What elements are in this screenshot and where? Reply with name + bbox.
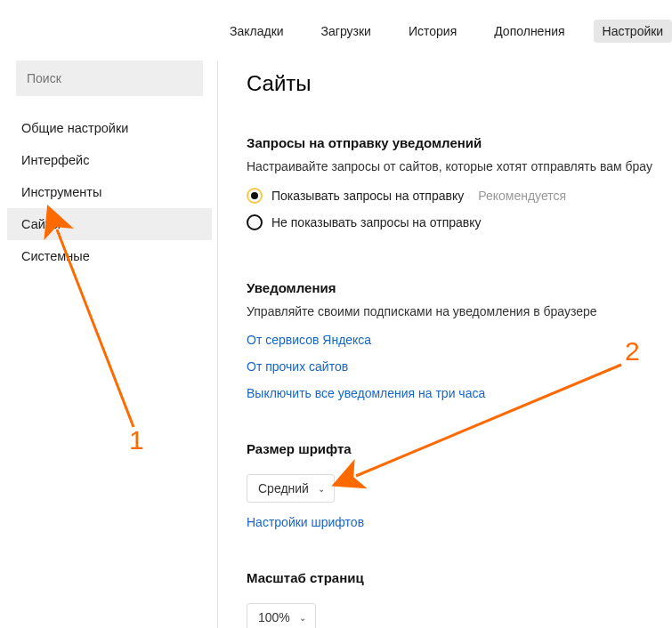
zoom-value: 100% xyxy=(258,610,290,624)
radio-hide-requests[interactable]: Не показывать запросы на отправку xyxy=(247,214,672,230)
sidebar-item-tools[interactable]: Инструменты xyxy=(7,176,212,208)
section-notif-desc: Управляйте своими подписками на уведомле… xyxy=(247,304,672,318)
section-notif-requests-title: Запросы на отправку уведомлений xyxy=(247,135,672,150)
sidebar-item-interface[interactable]: Интерфейс xyxy=(7,144,212,176)
section-zoom-title: Масштаб страниц xyxy=(247,570,672,585)
section-fontsize-title: Размер шрифта xyxy=(247,441,672,456)
top-tabs: Закладки Загрузки История Дополнения Нас… xyxy=(221,0,672,60)
settings-content: Сайты Запросы на отправку уведомлений На… xyxy=(218,60,672,628)
tab-settings[interactable]: Настройки xyxy=(594,20,672,43)
link-yandex-services[interactable]: От сервисов Яндекса xyxy=(247,333,672,347)
sidebar-item-general[interactable]: Общие настройки xyxy=(7,112,212,144)
zoom-select[interactable]: 100% ⌄ xyxy=(247,603,316,628)
settings-sidebar: Общие настройки Интерфейс Инструменты Са… xyxy=(7,60,212,272)
tab-addons[interactable]: Дополнения xyxy=(485,20,573,43)
search-container xyxy=(16,60,203,96)
radio-show-requests[interactable]: Показывать запросы на отправку Рекоменду… xyxy=(247,188,672,204)
font-size-value: Средний xyxy=(258,481,309,495)
sidebar-item-system[interactable]: Системные xyxy=(7,240,212,272)
link-other-sites[interactable]: От прочих сайтов xyxy=(247,359,672,374)
search-input[interactable] xyxy=(16,60,203,96)
radio-show-label: Показывать запросы на отправку xyxy=(271,189,464,203)
chevron-down-icon: ⌄ xyxy=(299,613,306,623)
page-title: Сайты xyxy=(247,71,672,96)
recommended-hint: Рекомендуется xyxy=(478,189,566,203)
section-notif-requests-desc: Настраивайте запросы от сайтов, которые … xyxy=(247,159,672,173)
tab-bookmarks[interactable]: Закладки xyxy=(221,20,293,43)
link-font-settings[interactable]: Настройки шрифтов xyxy=(247,515,672,529)
radio-icon-selected xyxy=(247,188,263,204)
link-disable-3h[interactable]: Выключить все уведомления на три часа xyxy=(247,386,672,400)
radio-hide-label: Не показывать запросы на отправку xyxy=(271,215,482,229)
tab-history[interactable]: История xyxy=(400,20,466,43)
section-notif-title: Уведомления xyxy=(247,280,672,295)
sidebar-item-sites[interactable]: Сайты xyxy=(7,208,212,240)
chevron-down-icon: ⌄ xyxy=(318,484,325,494)
tab-downloads[interactable]: Загрузки xyxy=(312,20,380,43)
radio-icon-unselected xyxy=(247,214,263,230)
font-size-select[interactable]: Средний ⌄ xyxy=(247,474,335,503)
